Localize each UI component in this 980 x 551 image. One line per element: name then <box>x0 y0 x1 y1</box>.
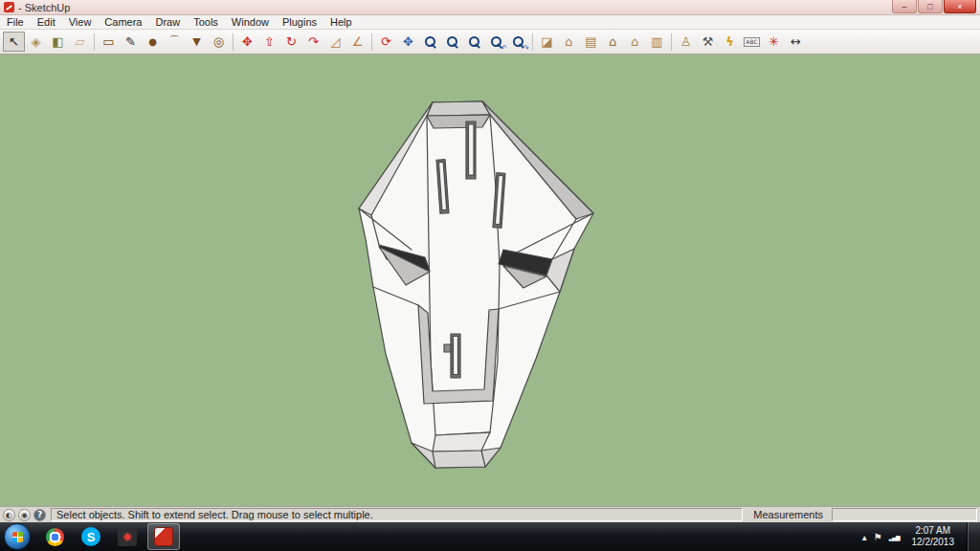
action-center-icon[interactable]: ⚑ <box>874 532 882 542</box>
eraser-tool[interactable]: ▱ <box>69 32 91 52</box>
caption-buttons: – □ × <box>891 0 976 13</box>
text-label-icon: ABC <box>744 37 759 47</box>
front-view-button[interactable]: ⌂ <box>558 32 580 52</box>
windows-taskbar: S ✸ ▴ ⚑ ▂▄▆ 2:07 AM 12/2/2013 <box>0 522 980 551</box>
menu-item-file[interactable]: File <box>0 16 31 28</box>
maximize-button[interactable]: □ <box>918 0 943 13</box>
start-button[interactable] <box>4 523 31 550</box>
pan-tool[interactable]: ✥ <box>397 32 419 52</box>
look-around-tool[interactable]: ϟ <box>719 32 741 52</box>
zoom-extents-tool[interactable] <box>463 32 485 52</box>
sketchup-icon <box>154 527 173 546</box>
dimension-tool[interactable]: ↔ <box>785 32 807 52</box>
measurements-input[interactable] <box>832 508 977 521</box>
title-bar: - SketchUp – □ × <box>0 0 980 15</box>
red-star-app-icon: ✸ <box>118 527 137 546</box>
red-star-app-taskbar-button[interactable]: ✸ <box>111 523 144 550</box>
follow-me-tool[interactable]: ↷ <box>302 32 324 52</box>
toolbar-separator <box>671 33 672 51</box>
magnifier-icon <box>446 35 458 48</box>
menu-item-view[interactable]: View <box>62 16 99 28</box>
zoom-tool[interactable] <box>419 32 441 52</box>
rectangle-tool[interactable]: ▭ <box>98 32 120 52</box>
sketchup-window: - SketchUp – □ × File Edit View Camera D… <box>0 0 980 551</box>
toolbar-separator <box>94 33 95 51</box>
show-desktop-button[interactable] <box>967 522 980 551</box>
menu-item-plugins[interactable]: Plugins <box>276 16 323 28</box>
undo-arrow-icon: ↶ <box>501 44 507 53</box>
menu-item-tools[interactable]: Tools <box>187 16 225 28</box>
skype-taskbar-button[interactable]: S <box>75 523 107 550</box>
sketchup-logo-icon[interactable] <box>4 2 14 12</box>
walk-tool[interactable]: ⚒ <box>697 32 719 52</box>
chin-upper-bevel <box>433 432 490 452</box>
mask-top-facet <box>427 101 490 116</box>
tape-measure-tool[interactable]: ∠ <box>346 32 368 52</box>
make-component-tool[interactable]: ◈ <box>25 32 47 52</box>
paint-bucket-tool[interactable]: ◧ <box>47 32 69 52</box>
main-toolbar: ↖ ◈ ◧ ▱ ▭ ✎ ● ⌒ ▼ ◎ ✥ ⇧ ↻ ↷ ◿ ∠ ⟳ ✥ ↶ ↷ … <box>0 30 980 55</box>
rotate-tool[interactable]: ↻ <box>280 32 302 52</box>
toolbar-separator <box>532 33 533 51</box>
magnifier-icon <box>424 35 436 48</box>
move-tool[interactable]: ✥ <box>236 32 258 52</box>
arc-tool[interactable]: ⌒ <box>164 32 186 52</box>
chin-slot-inner <box>454 337 458 375</box>
network-icon[interactable]: ▂▄▆ <box>889 534 900 540</box>
circle-tool[interactable]: ● <box>142 32 164 52</box>
offset-tool[interactable]: ◎ <box>208 32 230 52</box>
scale-tool[interactable]: ◿ <box>324 32 346 52</box>
iso-view-button[interactable]: ◪ <box>536 32 558 52</box>
top-view-button[interactable]: ▤ <box>580 32 602 52</box>
position-camera-tool[interactable]: ♙ <box>675 32 697 52</box>
skype-icon: S <box>81 527 100 546</box>
toolbar-separator <box>371 33 372 51</box>
menu-item-edit[interactable]: Edit <box>31 16 62 28</box>
polygon-tool[interactable]: ▼ <box>186 32 208 52</box>
magnifier-icon <box>468 35 480 48</box>
mask-model-drawing <box>0 55 980 506</box>
status-bar: ◐ ◉ ? Select objects. Shift to extend se… <box>0 506 980 522</box>
push-pull-tool[interactable]: ⇧ <box>258 32 280 52</box>
center-slot-inner <box>469 124 475 175</box>
orbit-tool[interactable]: ⟳ <box>375 32 397 52</box>
window-title: - SketchUp <box>18 2 70 13</box>
back-view-button[interactable]: ▥ <box>646 32 668 52</box>
help-icon[interactable]: ? <box>33 509 46 521</box>
status-hint-text: Select objects. Shift to extend select. … <box>51 508 743 521</box>
geolocation-icon[interactable]: ◐ <box>3 509 15 521</box>
axes-tool[interactable]: ✳ <box>763 32 785 52</box>
chrome-icon <box>46 528 64 546</box>
text-tool[interactable]: ABC <box>741 32 763 52</box>
select-tool[interactable]: ↖ <box>3 32 25 52</box>
taskbar-clock[interactable]: 2:07 AM 12/2/2013 <box>912 525 955 549</box>
line-tool[interactable]: ✎ <box>120 32 142 52</box>
menu-item-draw[interactable]: Draw <box>148 16 187 28</box>
model-viewport[interactable] <box>0 55 980 506</box>
left-view-button[interactable]: ⌂ <box>624 32 646 52</box>
sketchup-taskbar-button[interactable] <box>147 523 180 550</box>
mask-forehead-recess <box>427 115 490 128</box>
toolbar-separator <box>233 33 234 51</box>
credits-icon[interactable]: ◉ <box>18 509 31 521</box>
menu-item-camera[interactable]: Camera <box>98 16 148 28</box>
menu-item-window[interactable]: Window <box>225 16 276 28</box>
close-button[interactable]: × <box>944 0 976 13</box>
system-tray: ▴ ⚑ ▂▄▆ 2:07 AM 12/2/2013 <box>862 522 980 551</box>
chin-notch <box>444 344 451 352</box>
menu-bar: File Edit View Camera Draw Tools Window … <box>0 15 980 30</box>
zoom-window-tool[interactable] <box>441 32 463 52</box>
clock-date: 12/2/2013 <box>912 537 955 549</box>
redo-arrow-icon: ↷ <box>523 44 529 53</box>
hidden-icons-arrow[interactable]: ▴ <box>862 532 867 542</box>
chrome-taskbar-button[interactable] <box>38 523 71 550</box>
windows-flag-icon <box>12 532 23 542</box>
clock-time: 2:07 AM <box>912 525 955 538</box>
right-view-button[interactable]: ⌂ <box>602 32 624 52</box>
measurements-label: Measurements <box>747 509 829 520</box>
menu-item-help[interactable]: Help <box>323 16 359 28</box>
minimize-button[interactable]: – <box>892 0 917 13</box>
next-view-tool[interactable]: ↷ <box>507 32 529 52</box>
previous-view-tool[interactable]: ↶ <box>485 32 507 52</box>
